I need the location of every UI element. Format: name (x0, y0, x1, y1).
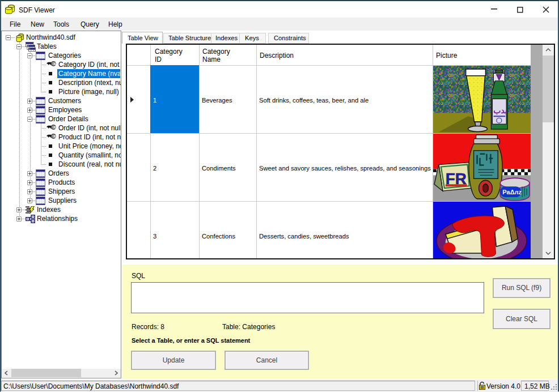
svg-text:PaΔлz: PaΔлz (502, 189, 522, 195)
svg-text:بدب: بدب (493, 106, 507, 115)
